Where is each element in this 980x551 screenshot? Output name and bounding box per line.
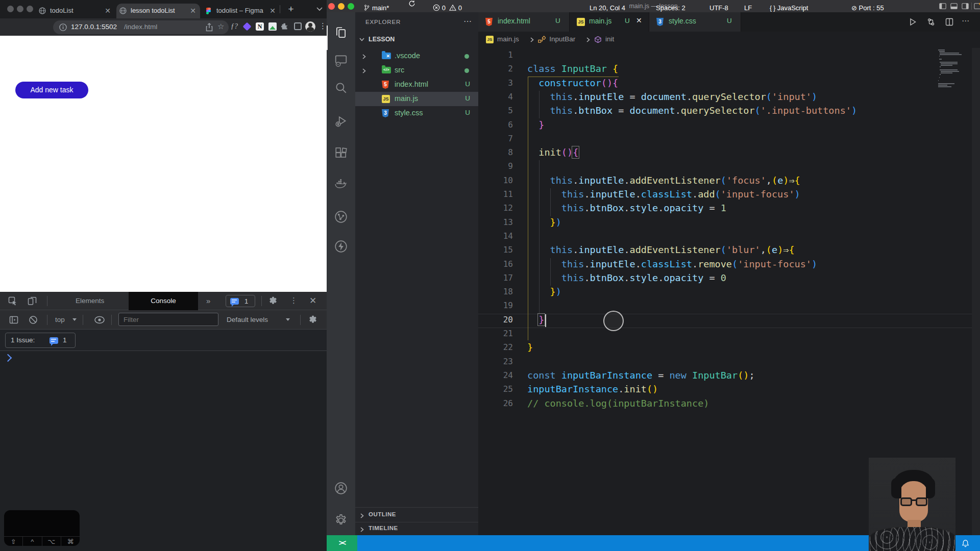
tree-item-main.js[interactable]: JS main.jsU xyxy=(355,92,478,106)
extensions-icon[interactable] xyxy=(334,147,348,160)
devtools-menu-icon[interactable]: ⋮ xyxy=(290,296,298,305)
console-filter-input[interactable] xyxy=(118,313,218,326)
run-debug-icon[interactable] xyxy=(334,115,348,128)
issue-box[interactable]: 1 Issue: 1 xyxy=(5,333,76,348)
tab-close-icon[interactable]: ✕ xyxy=(105,7,111,15)
console-settings-icon[interactable] xyxy=(308,315,317,324)
toggle-sidebar-icon[interactable] xyxy=(939,3,946,10)
tree-item-index.html[interactable]: 5 index.htmlU xyxy=(355,78,478,92)
extension-math-icon[interactable]: ƒ? xyxy=(231,22,238,31)
breadcrumb-item[interactable]: InputBar xyxy=(549,35,575,43)
editor-tab-bar: 5 index.html U JS main.js U ✕ 3 style.cs… xyxy=(478,12,980,32)
customize-layout-icon[interactable] xyxy=(974,3,980,10)
browser-tab[interactable]: todoList ✕ xyxy=(36,4,115,18)
editor-more-actions-icon[interactable]: ⋯ xyxy=(962,16,969,26)
explorer-more-icon[interactable]: ⋯ xyxy=(463,16,472,26)
console-sidebar-icon[interactable] xyxy=(9,315,18,324)
breadcrumb-item[interactable]: main.js xyxy=(497,35,519,43)
share-icon[interactable] xyxy=(205,23,213,32)
devtools-close-icon[interactable]: ✕ xyxy=(309,295,316,306)
settings-gear-icon[interactable] xyxy=(334,514,348,527)
browser-tab[interactable]: todolist – Figma ✕ xyxy=(202,4,280,18)
bookmark-star-icon[interactable]: ☆ xyxy=(217,22,224,31)
devtools-more-tabs[interactable]: » xyxy=(206,296,210,305)
new-tab-button[interactable]: + xyxy=(285,3,297,15)
person-hair-side xyxy=(926,478,935,498)
devtools-tab-console[interactable]: Console xyxy=(129,292,198,310)
thunder-client-icon[interactable] xyxy=(334,240,348,253)
problems-indicator[interactable]: 0 0 xyxy=(433,0,462,16)
tab-close-icon[interactable]: ✕ xyxy=(270,7,276,15)
status-port[interactable]: ⊘ Port : 55 xyxy=(851,0,884,16)
status-spaces:[interactable]: Spaces: 2 xyxy=(656,0,685,16)
chrome-menu-icon[interactable]: ⋮ xyxy=(319,21,327,31)
tree-item-label: main.js xyxy=(395,94,418,103)
tab-title: lesson todoList xyxy=(131,7,175,14)
live-preview-icon[interactable] xyxy=(334,54,348,67)
outline-section[interactable]: OUTLINE xyxy=(355,507,478,522)
extension-panel-icon[interactable] xyxy=(294,22,302,30)
docker-icon[interactable] xyxy=(334,178,348,191)
js-file-icon: JS xyxy=(382,95,390,103)
compare-changes-icon[interactable] xyxy=(927,18,935,26)
devtools-tab-elements[interactable]: Elements xyxy=(76,297,104,305)
active-line-border xyxy=(478,314,980,314)
status-javascript[interactable]: { } JavaScript xyxy=(770,0,808,16)
breadcrumb-item[interactable]: init xyxy=(605,35,614,43)
extension-notion-icon[interactable]: N xyxy=(256,22,264,31)
sync-indicator[interactable] xyxy=(408,0,415,16)
code-line-25: inputBarInstance.init() xyxy=(527,382,658,396)
console-prompt-icon[interactable] xyxy=(4,354,12,362)
explorer-header: EXPLORER xyxy=(365,19,401,25)
explorer-icon[interactable] xyxy=(334,26,348,39)
status-utf-8[interactable]: UTF-8 xyxy=(709,0,728,16)
issues-counter[interactable]: 1 xyxy=(226,295,255,307)
browser-tab[interactable]: lesson todoList ✕ xyxy=(116,4,200,18)
accounts-icon[interactable] xyxy=(334,482,348,495)
profile-avatar[interactable] xyxy=(305,21,315,32)
line-number: 23 xyxy=(478,355,513,368)
editor-tab-index.html[interactable]: 5 index.html U xyxy=(478,12,570,32)
device-toolbar-icon[interactable] xyxy=(28,296,37,306)
address-bar[interactable]: 127.0.0.1:5502 /index.html ☆ xyxy=(53,20,229,34)
log-levels-selector[interactable]: Default levels xyxy=(227,316,268,323)
tab-close-icon[interactable]: ✕ xyxy=(190,7,196,15)
search-icon[interactable] xyxy=(334,81,348,94)
explorer-root-row[interactable]: LESSON xyxy=(355,33,478,48)
site-info-icon[interactable] xyxy=(59,23,67,31)
tree-item-.vscode[interactable]: ✕ .vscode xyxy=(355,49,478,63)
status-ln[interactable]: Ln 20, Col 4 xyxy=(590,0,625,16)
source-graph-icon[interactable] xyxy=(334,210,348,223)
extension-screenshot-icon[interactable] xyxy=(268,22,277,31)
figma-favicon xyxy=(206,8,211,14)
timeline-section[interactable]: TIMELINE xyxy=(355,522,478,535)
context-caret-icon xyxy=(72,318,77,321)
chrome-zoom-button[interactable] xyxy=(27,6,33,12)
tab-search-chevron-icon[interactable] xyxy=(316,7,323,11)
webcam-overlay xyxy=(869,458,955,551)
clear-console-icon[interactable] xyxy=(29,315,38,324)
git-branch-indicator[interactable]: main* xyxy=(363,0,389,16)
chrome-close-button[interactable] xyxy=(7,6,14,12)
devtools-settings-icon[interactable] xyxy=(268,296,278,306)
toggle-panel-icon[interactable] xyxy=(950,3,958,10)
remote-indicator[interactable]: >< xyxy=(327,535,357,551)
status-lf[interactable]: LF xyxy=(744,0,752,16)
tree-item-src[interactable]: </> src xyxy=(355,63,478,78)
inspect-element-icon[interactable] xyxy=(8,296,17,306)
tab-close-icon[interactable]: ✕ xyxy=(636,16,642,24)
chrome-minimize-button[interactable] xyxy=(17,6,23,12)
scrollbar-track[interactable] xyxy=(972,48,980,535)
split-editor-icon[interactable] xyxy=(945,18,953,26)
notifications-bell-icon[interactable] xyxy=(962,539,969,547)
toggle-secondary-sidebar-icon[interactable] xyxy=(962,3,969,10)
add-new-task-button[interactable]: Add new task xyxy=(15,82,88,98)
console-context-selector[interactable]: top xyxy=(55,316,65,323)
text-cursor xyxy=(545,314,546,327)
run-file-icon[interactable] xyxy=(909,18,917,26)
issue-text: 1 Issue: xyxy=(11,336,35,344)
tree-item-style.css[interactable]: 3 style.cssU xyxy=(355,106,478,120)
live-expression-eye-icon[interactable] xyxy=(94,316,105,324)
extensions-puzzle-icon[interactable] xyxy=(281,22,289,31)
tab-title: todoList xyxy=(50,7,74,14)
